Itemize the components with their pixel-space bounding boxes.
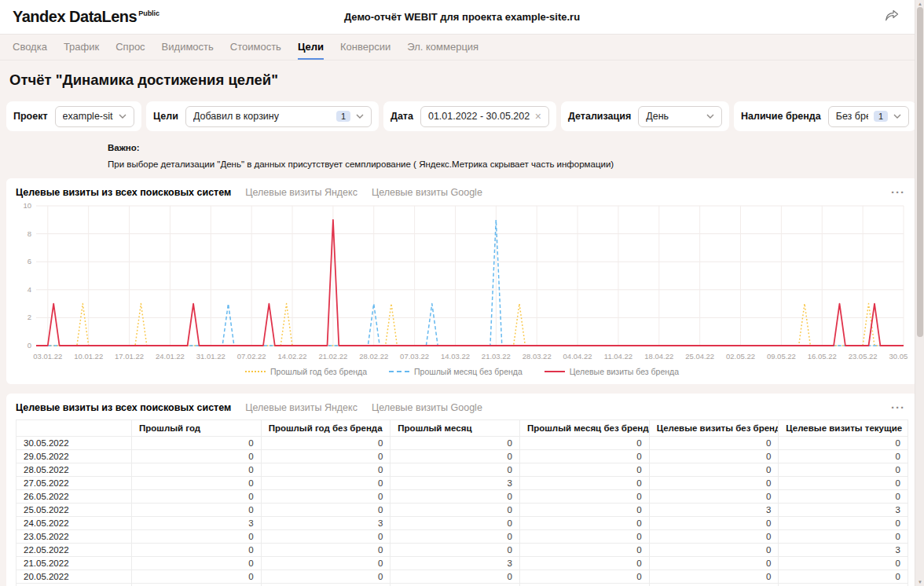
value-cell: 0 [132,437,262,450]
filter-label: Проект [13,111,48,122]
value-cell: 3 [132,517,262,530]
value-cell: 0 [132,504,262,517]
share-button[interactable] [882,6,902,27]
date-cell: 20.05.2022 [16,570,132,584]
value-cell: 0 [390,570,520,584]
value-cell: 0 [649,517,779,530]
nav-tab[interactable]: Эл. коммерция [407,35,478,60]
filter-value: Добавил в корзину [193,111,331,122]
filter-value: 01.01.2022 - 30.05.2022 [428,111,530,122]
value-cell: 0 [779,490,908,504]
share-icon [885,9,899,22]
filter-card: ЦелиДобавил в корзину1 [146,101,379,131]
filter-label: Детализация [568,111,631,122]
legend-item[interactable]: Прошлый год без бренда [245,367,367,376]
x-axis-label: 11.04.22 [604,352,632,361]
important-notice: Важно: При выборе детализации "День" в д… [108,143,918,169]
yandex-datalens-logo[interactable]: Yandex DataLensPublic [13,8,160,26]
value-cell: 0 [779,517,908,530]
clear-icon[interactable]: × [535,111,541,122]
nav-tab[interactable]: Цели [298,35,324,60]
date-cell: 24.05.2022 [16,517,132,530]
value-cell: 0 [261,477,390,490]
x-axis-label: 28.02.22 [359,352,388,361]
x-axis-label: 23.05.22 [849,352,878,361]
scrollbar-thumb[interactable] [917,7,923,337]
value-cell: 0 [779,437,908,450]
value-cell: 0 [132,544,262,557]
chart-legend: Прошлый год без брендаПрошлый месяц без … [16,367,908,376]
x-axis-label: 02.05.22 [726,352,755,361]
column-header: Целевые визиты текущие [779,420,908,437]
value-cell: 0 [261,530,390,544]
chart-widget-tabs: Целевые визиты из всех поисковых системЦ… [16,185,908,201]
value-cell: 0 [519,584,649,586]
value-cell: 0 [390,544,520,557]
value-cell: 0 [779,570,908,584]
value-cell: 0 [649,463,779,477]
value-cell: 3 [649,584,779,586]
filter-select[interactable]: Без бренда1 [828,106,909,127]
chevron-down-icon [706,114,714,119]
filters-row: Проектexample-site.ruЦелиДобавил в корзи… [6,101,918,131]
date-cell: 25.05.2022 [16,504,132,517]
nav-tab[interactable]: Сводка [13,35,47,60]
value-cell: 0 [132,463,262,477]
chart-widget: Целевые визиты из всех поисковых системЦ… [6,178,918,384]
scroll-up-icon[interactable]: ▲ [915,2,924,6]
widget-tab[interactable]: Целевые визиты Яндекс [245,187,358,198]
nav-tab[interactable]: Стоимость [230,35,281,60]
legend-label: Целевые визиты без бренда [570,367,679,376]
filter-card: ДетализацияДень [561,101,729,131]
value-cell: 0 [261,504,390,517]
filter-value: День [646,111,701,122]
value-cell: 0 [390,584,520,586]
more-menu-button[interactable]: ··· [888,401,908,413]
chevron-down-icon [119,114,126,119]
value-cell: 0 [779,463,908,477]
x-axis-label: 30.05.22 [889,352,908,361]
legend-item[interactable]: Прошлый месяц без бренда [389,367,522,376]
widget-tab[interactable]: Целевые визиты Google [372,402,482,413]
date-cell: 19.05.2022 [16,584,132,586]
filter-select[interactable]: example-site.ru [55,106,134,127]
value-cell: 0 [132,490,262,504]
filter-select[interactable]: 01.01.2022 - 30.05.2022× [420,106,549,127]
legend-marker-dotted [245,371,266,372]
column-header [16,420,132,437]
filter-label: Наличие бренда [741,111,821,122]
value-cell: 0 [132,477,262,490]
value-cell: 3 [261,517,390,530]
widget-tab[interactable]: Целевые визиты из всех поисковых систем [16,187,231,198]
nav-tab[interactable]: Трафик [64,35,99,60]
value-cell: 0 [132,530,262,544]
value-cell: 0 [261,584,390,586]
filter-select[interactable]: Добавил в корзину1 [185,106,372,127]
table-row: 28.05.2022000000 [16,463,908,477]
page-title: Отчёт "Динамика достижения целей" [9,71,915,89]
value-cell: 0 [132,584,262,586]
table-row: 30.05.2022000000 [16,437,908,450]
value-cell: 0 [519,450,649,463]
value-cell: 0 [261,557,390,570]
value-cell: 0 [390,463,520,477]
nav-tab[interactable]: Видимость [162,35,214,60]
value-cell: 0 [261,450,390,463]
filter-card: Дата01.01.2022 - 30.05.2022× [383,101,556,131]
widget-tab[interactable]: Целевые визиты из всех поисковых систем [16,402,231,413]
nav-tab[interactable]: Спрос [116,35,145,60]
value-cell: 0 [649,544,779,557]
legend-item[interactable]: Целевые визиты без бренда [544,367,679,376]
public-badge: Public [138,9,160,17]
scroll-down-icon[interactable]: ▼ [915,580,924,584]
goal-visits-line-chart: 024681003.01.2210.01.2217.01.2224.01.223… [16,201,908,364]
scrollbar[interactable]: ▲ ▼ [915,0,924,586]
y-axis-label: 10 [23,201,31,210]
nav-tab[interactable]: Конверсии [340,35,390,60]
widget-tab[interactable]: Целевые визиты Яндекс [245,402,358,413]
widget-tab[interactable]: Целевые визиты Google [372,187,482,198]
filter-select[interactable]: День [638,106,722,127]
value-cell: 0 [519,463,649,477]
filter-label: Дата [390,111,413,122]
more-menu-button[interactable]: ··· [888,186,908,198]
